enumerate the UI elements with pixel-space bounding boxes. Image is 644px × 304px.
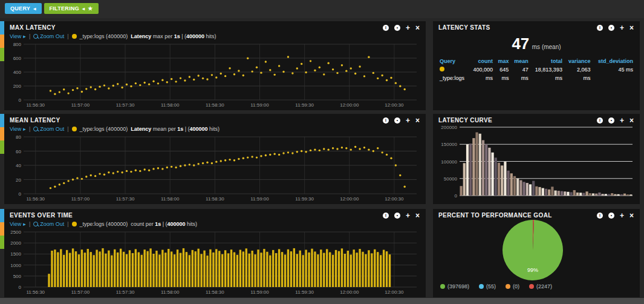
close-icon[interactable]: ×	[629, 213, 634, 219]
svg-text:11:57:30: 11:57:30	[116, 102, 135, 108]
strip-orange[interactable]	[0, 35, 4, 48]
legend-dot	[506, 284, 510, 289]
info-icon[interactable]: i	[597, 25, 603, 31]
strip-blue[interactable]	[0, 114, 4, 127]
panel-max-latency: MAX LATENCY i • + × View▸ | Zoom Out | _…	[4, 21, 426, 110]
gear-icon[interactable]: •	[608, 117, 614, 124]
strip-orange[interactable]	[0, 127, 4, 140]
performance-goal-pie[interactable]: 99%	[434, 219, 636, 282]
col-header-std-deviation[interactable]: std_deviation	[593, 58, 635, 65]
info-icon[interactable]: i	[383, 117, 389, 124]
svg-text:11:58:00: 11:58:00	[161, 102, 180, 108]
col-header-mean[interactable]: mean	[510, 58, 530, 65]
view-link[interactable]: View▸	[10, 33, 26, 39]
magnifier-icon	[33, 34, 38, 39]
svg-text:12:00:30: 12:00:30	[385, 289, 404, 295]
svg-text:60: 60	[16, 149, 21, 154]
gear-icon[interactable]: •	[394, 117, 400, 124]
svg-text:11:58:00: 11:58:00	[161, 289, 180, 295]
query-color-dot[interactable]	[72, 127, 77, 131]
stat-value: 47	[512, 35, 529, 53]
svg-text:11:57:00: 11:57:00	[71, 289, 90, 295]
tab-query[interactable]: QUERY ◂	[5, 3, 42, 14]
mean-latency-chart[interactable]: 11:56:3011:57:0011:57:3011:58:0011:58:30…	[5, 134, 421, 202]
close-icon[interactable]: ×	[629, 25, 634, 31]
zoom-out-link[interactable]: Zoom Out	[33, 126, 64, 132]
max-latency-chart[interactable]: 11:56:3011:57:0011:57:3011:58:0011:58:30…	[5, 41, 421, 108]
view-link[interactable]: View▸	[10, 221, 26, 227]
move-icon[interactable]: +	[406, 117, 410, 124]
move-icon[interactable]: +	[620, 213, 624, 219]
events-over-time-chart[interactable]: 11:56:3011:57:0011:57:3011:58:0011:58:30…	[5, 229, 421, 295]
zoom-out-link[interactable]: Zoom Out	[33, 221, 64, 227]
strip-blue[interactable]	[0, 21, 4, 35]
move-icon[interactable]: +	[406, 25, 410, 31]
query-color-dot[interactable]	[72, 34, 77, 39]
row-config-strip[interactable]	[0, 114, 4, 154]
metric-label: count per 1s | (400000 hits)	[131, 221, 197, 227]
strip-green[interactable]	[0, 236, 4, 249]
star-icon: ★	[88, 5, 93, 12]
close-icon[interactable]: ×	[629, 117, 634, 124]
panel-title: LATENCY STATS	[438, 24, 490, 31]
magnifier-icon	[33, 222, 38, 226]
svg-text:11:57:30: 11:57:30	[116, 196, 135, 202]
panel-latency-curve: LATENCY CURVE i • + × 050000100000150000…	[433, 114, 640, 204]
query-label: _type:logs (400000)	[80, 126, 128, 132]
separator: |	[29, 221, 30, 227]
svg-text:11:58:00: 11:58:00	[161, 196, 180, 202]
info-icon[interactable]: i	[597, 117, 603, 124]
move-icon[interactable]: +	[406, 213, 410, 219]
svg-text:12:00:00: 12:00:00	[340, 289, 359, 295]
col-header-query[interactable]: Query	[438, 58, 469, 65]
close-icon[interactable]: ×	[415, 117, 420, 124]
gear-icon[interactable]: •	[608, 25, 614, 31]
strip-green[interactable]	[0, 140, 4, 154]
info-icon[interactable]: i	[383, 25, 389, 31]
tab-filtering[interactable]: FILTERING ◂ ★	[44, 3, 99, 14]
latency-curve-chart[interactable]: 050000100000150000200000	[434, 124, 636, 199]
gear-icon[interactable]: •	[394, 213, 400, 219]
panel-title: MAX LATENCY	[10, 24, 56, 31]
gear-icon[interactable]: •	[608, 213, 614, 219]
strip-green[interactable]	[0, 48, 4, 61]
svg-text:12:00:00: 12:00:00	[340, 102, 359, 108]
col-header-max[interactable]: max	[495, 58, 510, 65]
legend-dot	[479, 284, 484, 289]
close-icon[interactable]: ×	[415, 25, 420, 31]
panel-title: PERCENT TO PERFORMANCE GOAL	[438, 212, 552, 219]
std-deviation-cell: 45 ms	[593, 65, 635, 84]
svg-text:11:57:00: 11:57:00	[71, 196, 90, 202]
panel-performance-goal: PERCENT TO PERFORMANCE GOAL i • + × 99% …	[433, 209, 640, 297]
svg-text:150000: 150000	[441, 142, 457, 147]
strip-orange[interactable]	[0, 222, 4, 236]
legend-item[interactable]: (2247)	[529, 283, 552, 289]
row-config-strip[interactable]	[0, 21, 4, 61]
view-link[interactable]: View▸	[10, 126, 26, 132]
svg-text:11:57:00: 11:57:00	[71, 102, 90, 108]
row-config-strip[interactable]	[0, 209, 4, 249]
svg-text:800: 800	[13, 42, 22, 47]
legend-item[interactable]: (55)	[479, 283, 496, 289]
svg-text:11:58:30: 11:58:30	[206, 289, 224, 295]
col-header-count[interactable]: count	[469, 58, 495, 65]
move-icon[interactable]: +	[620, 117, 624, 124]
svg-text:50000: 50000	[444, 176, 458, 182]
zoom-out-link[interactable]: Zoom Out	[33, 33, 64, 39]
close-icon[interactable]: ×	[415, 213, 420, 219]
col-header-total[interactable]: total	[530, 58, 564, 65]
info-icon[interactable]: i	[597, 213, 603, 219]
svg-text:11:59:30: 11:59:30	[295, 289, 314, 295]
panel-title: EVENTS OVER TIME	[10, 212, 73, 219]
gear-icon[interactable]: •	[394, 25, 400, 31]
horizontal-scrollbar[interactable]	[0, 298, 644, 304]
col-header-variance[interactable]: variance	[564, 58, 593, 65]
svg-text:0: 0	[19, 97, 22, 103]
strip-blue[interactable]	[0, 209, 4, 222]
info-icon[interactable]: i	[383, 213, 389, 219]
move-icon[interactable]: +	[620, 25, 624, 31]
separator: |	[67, 33, 68, 39]
legend-item[interactable]: (397698)	[440, 283, 469, 289]
legend-item[interactable]: (0)	[506, 283, 519, 289]
query-color-dot[interactable]	[72, 222, 77, 226]
